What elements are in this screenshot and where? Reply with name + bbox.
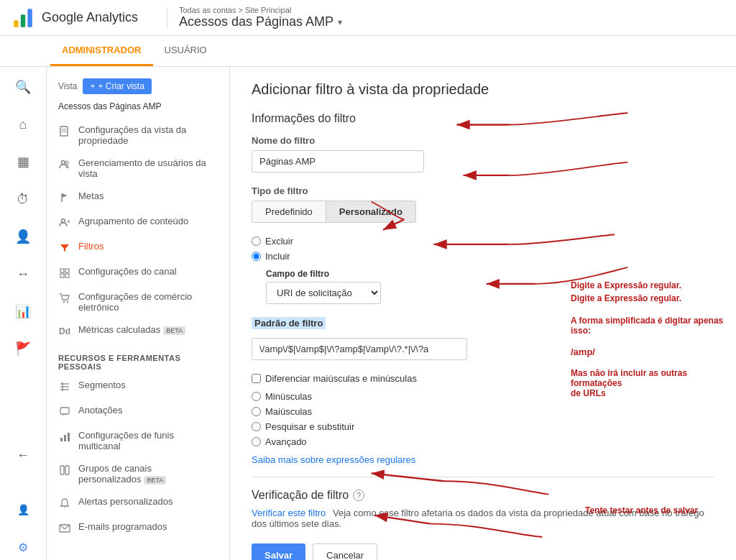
svg-point-7 [65, 161, 68, 164]
user-circle-icon-btn[interactable]: 👤 [10, 497, 36, 523]
main-content: Adicionar filtro à vista da propriedade … [230, 67, 736, 560]
output-radio-group: Minúsculas Maiúsculas Pesquisar e substi… [252, 391, 714, 447]
person-add-icon [58, 216, 71, 229]
create-view-button[interactable]: + + Criar vista [83, 78, 151, 94]
content-sidebar: Vista + + Criar vista Acessos das Página… [47, 67, 230, 560]
cancel-button[interactable]: Cancelar [313, 543, 377, 560]
radio-avancado-input[interactable] [252, 437, 261, 446]
flag-sidebar-icon [58, 191, 71, 204]
sidebar-item-filtros-label: Filtros [78, 241, 104, 252]
sidebar-item-anotacoes[interactable]: Anotações [47, 399, 229, 424]
breadcrumb-chevron-icon[interactable]: ▾ [338, 17, 342, 27]
icon-sidebar: 🔍 ⌂ ▦ ⏱ 👤 ↔ 📊 🚩 ← 👤 ⚙ [0, 67, 47, 560]
sidebar-item-config-vista[interactable]: Configurações da vista da propriedade [47, 119, 229, 152]
person-icon-btn[interactable]: 👤 [10, 224, 36, 249]
svg-point-9 [62, 219, 65, 223]
expressoes-link-group: Saiba mais sobre expressões regulares [252, 454, 714, 465]
section-label-resources: RECURSOS E FERRAMENTAS PESSOAIS [47, 344, 229, 374]
sidebar-item-agrupamento[interactable]: Agrupamento de conteúdo [47, 210, 229, 235]
filter-type-buttons: Predefinido Personalizado [252, 201, 714, 223]
verificar-link[interactable]: Verificar este filtro [252, 508, 326, 518]
radio-maiusculas[interactable]: Maiúsculas [252, 406, 714, 417]
radio-incluir[interactable]: Incluir [252, 251, 714, 262]
maiusculas-checkbox[interactable] [252, 374, 261, 383]
sidebar-item-metricas-label: Métricas calculadasBETA [78, 324, 185, 335]
bar-chart-icon-btn[interactable]: 📊 [10, 298, 36, 324]
sidebar-item-metas-label: Metas [78, 191, 104, 201]
sidebar-item-segmentos[interactable]: Segmentos [47, 374, 229, 399]
sidebar-item-filtros[interactable]: Filtros [47, 235, 229, 260]
grupos-badge: BETA [144, 476, 166, 485]
chart-icon [58, 431, 71, 444]
annotation-padrao: Digite a Expressão regular. Digite a Exp… [571, 279, 729, 398]
sidebar-item-alertas[interactable]: Alertas personalizados [47, 490, 229, 515]
grid-icon [58, 267, 71, 280]
flag-icon-btn[interactable]: 🚩 [10, 336, 36, 362]
sidebar-item-config-comercio[interactable]: Configurações de comércio eletrônico [47, 285, 229, 318]
home-icon-btn[interactable]: ⌂ [10, 111, 36, 137]
groups-icon [58, 464, 71, 477]
sidebar-current-view: Acessos das Páginas AMP [47, 100, 229, 119]
sidebar-vista-label: Vista [58, 81, 77, 91]
annotation-testar-text: Tente testar antes de salvar [585, 505, 729, 515]
radio-excluir-input[interactable] [252, 237, 261, 246]
svg-rect-26 [60, 466, 64, 474]
sidebar-item-funis[interactable]: Configurações de funis multicanal [47, 424, 229, 457]
svg-rect-24 [64, 435, 66, 441]
radio-minusculas-label: Minúsculas [265, 391, 312, 402]
sidebar-item-config-canal-label: Configurações do canal [78, 266, 177, 277]
arrows-icon-btn[interactable]: ↔ [10, 261, 36, 287]
sidebar-item-metricas[interactable]: Dd Métricas calculadasBETA [47, 318, 229, 344]
radio-pesquisar-input[interactable] [252, 422, 261, 431]
tab-usuario[interactable]: USUÁRIO [153, 36, 218, 66]
svg-point-16 [63, 301, 65, 303]
breadcrumb-main: Acessos das Páginas AMP ▾ [179, 14, 342, 29]
sidebar-item-gerenciar-usuarios[interactable]: Gerenciamento de usuários da vista [47, 152, 229, 185]
filter-name-input[interactable] [252, 150, 424, 173]
expressoes-link[interactable]: Saiba mais sobre expressões regulares [252, 454, 415, 465]
svg-rect-0 [14, 20, 18, 27]
filter-type-group: Tipo de filtro Predefinido Personalizado [252, 185, 714, 223]
radio-excluir[interactable]: Excluir [252, 236, 714, 247]
page-title: Adicionar filtro à vista da propriedade [252, 81, 714, 98]
sidebar-item-emails-label: E-mails programados [78, 521, 167, 532]
filter-name-group: Nome do filtro [252, 135, 714, 173]
svg-rect-22 [60, 408, 69, 414]
sidebar-item-emails[interactable]: E-mails programados [47, 515, 229, 541]
radio-pesquisar-label: Pesquisar e substituir [265, 421, 354, 432]
filter-name-label: Nome do filtro [252, 135, 714, 146]
sidebar-item-config-canal[interactable]: Configurações do canal [47, 260, 229, 285]
tab-administrador[interactable]: ADMINISTRADOR [50, 36, 153, 66]
sidebar-item-grupos-canais[interactable]: Grupos de canais personalizadosBETA [47, 457, 229, 490]
settings-icon-btn[interactable]: ⚙ [10, 534, 36, 560]
svg-rect-13 [65, 269, 69, 272]
dashboard-icon-btn[interactable]: ▦ [10, 149, 36, 175]
save-button[interactable]: Salvar [252, 543, 305, 560]
svg-rect-12 [60, 269, 64, 272]
sidebar-item-agrupamento-label: Agrupamento de conteúdo [78, 216, 188, 226]
svg-rect-25 [68, 433, 70, 441]
radio-pesquisar[interactable]: Pesquisar e substituir [252, 421, 714, 432]
radio-maiusculas-input[interactable] [252, 407, 261, 416]
clock-icon-btn[interactable]: ⏱ [10, 186, 36, 212]
section-divider [252, 477, 714, 477]
search-icon-btn[interactable]: 🔍 [10, 74, 36, 100]
sidebar-item-funis-label: Configurações de funis multicanal [78, 430, 218, 451]
padrao-input[interactable] [252, 338, 467, 360]
nav-divider [167, 7, 167, 29]
top-bar: Google Analytics Todas as contas > Site … [0, 0, 736, 36]
bell-icon [58, 497, 71, 510]
sidebar-item-alertas-label: Alertas personalizados [78, 496, 173, 507]
svg-rect-15 [65, 274, 69, 277]
radio-avancado[interactable]: Avançado [252, 436, 714, 447]
campo-select[interactable]: URI de solicitação [266, 282, 381, 304]
help-icon[interactable]: ? [353, 490, 364, 501]
back-icon-btn[interactable]: ← [10, 442, 36, 468]
radio-minusculas-input[interactable] [252, 392, 261, 401]
filter-type-label: Tipo de filtro [252, 185, 714, 196]
radio-incluir-input[interactable] [252, 252, 261, 261]
filter-type-custom-btn[interactable]: Personalizado [326, 201, 416, 223]
filter-type-predefined-btn[interactable]: Predefinido [252, 201, 326, 223]
plus-icon: + [90, 81, 95, 91]
sidebar-item-metas[interactable]: Metas [47, 185, 229, 210]
